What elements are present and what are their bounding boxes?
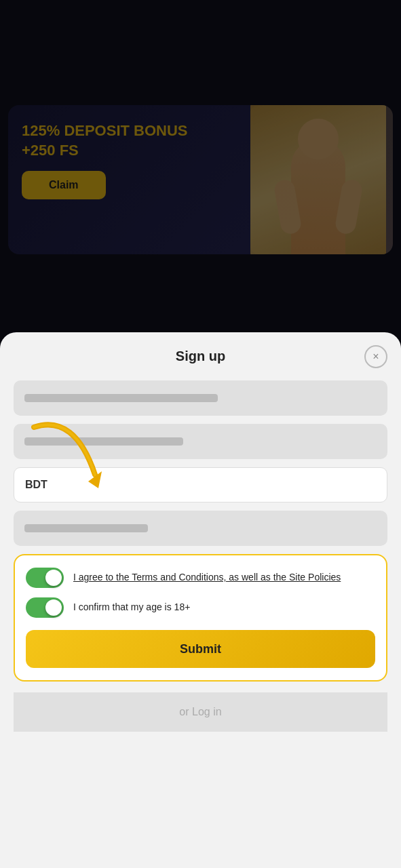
terms-toggle[interactable] — [26, 568, 64, 588]
terms-toggle-row: I agree to the Terms and Conditions, as … — [26, 568, 375, 588]
terms-toggle-track — [26, 568, 64, 588]
email-field[interactable] — [14, 380, 387, 416]
modal-header: Sign up × — [14, 349, 387, 364]
email-field-value — [24, 394, 218, 402]
promo-field-value — [24, 524, 148, 532]
or-login-section: or Log in — [14, 692, 387, 732]
promo-field[interactable] — [14, 511, 387, 546]
close-button[interactable]: × — [364, 345, 387, 368]
signup-modal: Sign up × BDT — [0, 332, 401, 868]
submit-button[interactable]: Submit — [26, 630, 375, 668]
age-toggle-thumb — [45, 599, 62, 616]
age-label: I confirm that my age is 18+ — [73, 601, 190, 614]
terms-toggle-thumb — [45, 570, 62, 586]
currency-value: BDT — [25, 479, 47, 491]
age-toggle-row: I confirm that my age is 18+ — [26, 597, 375, 618]
age-toggle-track — [26, 597, 64, 618]
modal-title: Sign up — [176, 349, 225, 364]
signup-modal-wrapper: Sign up × BDT — [0, 332, 401, 868]
currency-field[interactable]: BDT — [14, 467, 387, 502]
age-toggle[interactable] — [26, 597, 64, 618]
password-field[interactable] — [14, 424, 387, 459]
password-field-value — [24, 437, 183, 446]
or-login-label[interactable]: or Log in — [179, 706, 221, 718]
signup-form: BDT — [14, 380, 387, 546]
agreement-section: I agree to the Terms and Conditions, as … — [14, 554, 387, 682]
terms-label: I agree to the Terms and Conditions, as … — [73, 571, 341, 585]
